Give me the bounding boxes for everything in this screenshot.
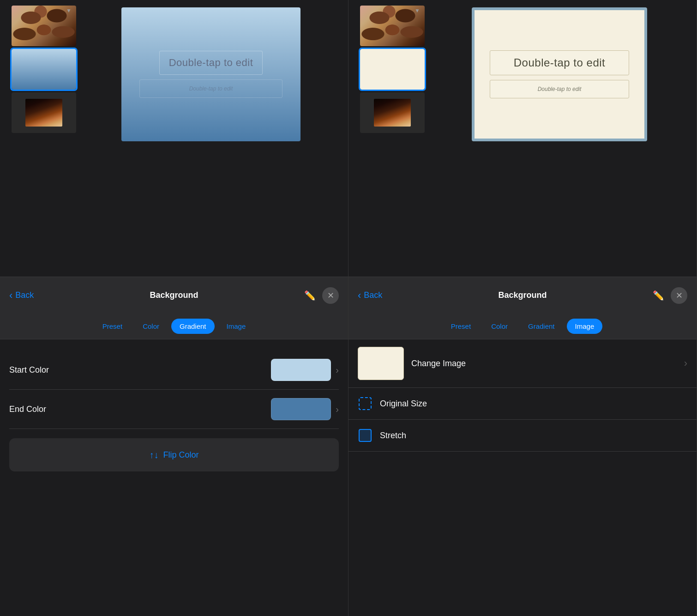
left-gradient-content: Start Color › End Color › ↑↓ Flip Color [0, 339, 348, 483]
left-end-color-swatch-container: › [271, 398, 339, 420]
right-original-size-label: Original Size [380, 399, 427, 409]
thumb-frame-3 [12, 92, 76, 133]
right-slide-thumb-2[interactable]: 2 [353, 49, 422, 90]
left-panel: 1 ▼ 2 3 [0, 0, 348, 616]
thumb-frame-2 [12, 49, 76, 90]
right-slide-area: 1 ▼ 2 3 [348, 0, 697, 277]
left-end-color-row[interactable]: End Color › [9, 390, 339, 429]
right-thumb-cream-2 [360, 49, 425, 90]
right-toolbar-actions: ✏️ ✕ [650, 287, 687, 304]
left-slide-preview[interactable]: Double-tap to edit Double-tap to edit [121, 7, 300, 141]
thumb-gradient-blue-2 [12, 49, 76, 90]
right-slide-thumb-1[interactable]: 1 ▼ [353, 6, 422, 46]
left-start-color-swatch-container: › [271, 359, 339, 381]
left-end-color-swatch[interactable] [271, 398, 331, 420]
left-main-slide-area: Double-tap to edit Double-tap to edit [78, 0, 348, 277]
right-back-button[interactable]: ‹ Back [358, 290, 395, 302]
left-slide-thumb-3[interactable]: 3 [4, 92, 73, 133]
right-tab-color[interactable]: Color [483, 319, 516, 334]
left-tab-image[interactable]: Image [218, 319, 254, 334]
right-image-content: Change Image › Original Size Stretch [348, 339, 697, 452]
right-panel: 1 ▼ 2 3 [348, 0, 697, 616]
right-tab-image[interactable]: Image [567, 319, 603, 334]
left-slide-subtitle: Double-tap to edit [149, 85, 273, 92]
left-toolbar-actions: ✏️ ✕ [302, 287, 339, 304]
right-stretch-row[interactable]: Stretch [348, 420, 697, 452]
left-start-color-label: Start Color [9, 365, 271, 375]
left-slide-title-box[interactable]: Double-tap to edit [159, 51, 263, 75]
right-original-size-icon [358, 396, 373, 411]
left-slide-area: 1 ▼ 2 3 [0, 0, 348, 277]
right-thumb-frame-2 [360, 49, 425, 90]
left-slide-thumb-2[interactable]: 2 [4, 49, 73, 90]
left-slide-title: Double-tap to edit [169, 57, 253, 69]
right-main-slide-area: Double-tap to edit Double-tap to edit [426, 0, 697, 277]
left-toolbar: ‹ Back Background ✏️ ✕ [0, 277, 348, 314]
left-slide-subtitle-box[interactable]: Double-tap to edit [139, 79, 282, 98]
right-toolbar-title: Background [402, 290, 643, 300]
right-eyedropper-button[interactable]: ✏️ [653, 290, 664, 301]
right-back-chevron-icon: ‹ [358, 290, 361, 302]
right-thumbnail-sidebar: 1 ▼ 2 3 [348, 0, 426, 277]
left-back-button[interactable]: ‹ Back [9, 290, 46, 302]
left-content-area: Start Color › End Color › ↑↓ Flip Color [0, 339, 348, 616]
left-tab-bar: Preset Color Gradient Image [0, 314, 348, 339]
left-flip-icon: ↑↓ [149, 450, 158, 460]
left-eyedropper-button[interactable]: ✏️ [304, 290, 316, 301]
left-back-label: Back [15, 290, 34, 300]
left-start-color-chevron-icon: › [336, 365, 339, 375]
thumb-dropdown-1[interactable]: ▼ [66, 7, 72, 14]
right-close-button[interactable]: ✕ [671, 287, 687, 304]
left-thumbnail-sidebar: 1 ▼ 2 3 [0, 0, 78, 277]
right-slide-thumb-3[interactable]: 3 [353, 92, 422, 133]
thumb-dark-3 [12, 92, 76, 133]
left-start-color-row[interactable]: Start Color › [9, 350, 339, 390]
right-thumb-frame-3 [360, 92, 425, 133]
right-slide-subtitle-box[interactable]: Double-tap to edit [490, 80, 629, 98]
left-close-button[interactable]: ✕ [322, 287, 339, 304]
right-stretch-icon [358, 428, 373, 443]
left-back-chevron-icon: ‹ [9, 290, 12, 302]
left-tab-color[interactable]: Color [134, 319, 168, 334]
right-tab-preset[interactable]: Preset [443, 319, 479, 334]
right-change-image-label: Change Image [411, 359, 677, 368]
left-flip-color-label: Flip Color [163, 450, 198, 460]
left-toolbar-title: Background [54, 290, 294, 300]
right-image-thumbnail [358, 347, 404, 380]
left-end-color-label: End Color [9, 405, 271, 414]
right-stretch-label: Stretch [380, 431, 406, 441]
right-thumb-coffee-pour-3 [374, 99, 411, 127]
right-slide-subtitle: Double-tap to edit [499, 86, 619, 92]
right-thumb-dropdown-1[interactable]: ▼ [415, 7, 420, 14]
right-tab-gradient[interactable]: Gradient [520, 319, 563, 334]
right-slide-title: Double-tap to edit [499, 56, 619, 69]
right-toolbar: ‹ Back Background ✏️ ✕ [348, 277, 697, 314]
right-original-size-row[interactable]: Original Size [348, 388, 697, 420]
right-change-image-chevron-icon: › [684, 357, 687, 369]
right-original-size-icon-shape [359, 397, 372, 410]
right-change-image-row[interactable]: Change Image › [348, 339, 697, 388]
thumb-coffee-pour-3 [25, 99, 62, 127]
right-content-area: Change Image › Original Size Stretch [348, 339, 697, 616]
left-flip-color-button[interactable]: ↑↓ Flip Color [9, 438, 339, 471]
right-stretch-icon-shape [359, 429, 372, 442]
left-start-color-swatch[interactable] [271, 359, 331, 381]
right-slide-title-box[interactable]: Double-tap to edit [490, 50, 629, 75]
left-tab-preset[interactable]: Preset [94, 319, 131, 334]
right-tab-bar: Preset Color Gradient Image [348, 314, 697, 339]
left-tab-gradient[interactable]: Gradient [171, 319, 215, 334]
right-slide-preview[interactable]: Double-tap to edit Double-tap to edit [472, 7, 647, 141]
left-end-color-chevron-icon: › [336, 404, 339, 415]
left-slide-thumb-1[interactable]: 1 ▼ [4, 6, 73, 46]
right-thumb-dark-3 [360, 92, 425, 133]
right-back-label: Back [364, 290, 382, 300]
